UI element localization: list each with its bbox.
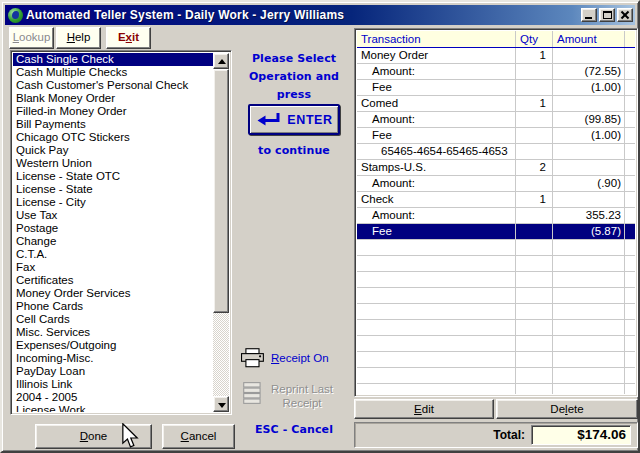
grid-row[interactable]: 65465-4654-65465-4653 — [357, 144, 635, 160]
maximize-icon — [603, 11, 612, 19]
exit-button[interactable]: Exit — [106, 27, 151, 49]
grid-cell — [515, 240, 552, 255]
receipt-on-control[interactable]: Receipt On — [241, 348, 353, 368]
grid-cell — [624, 48, 635, 63]
done-button[interactable]: Done — [35, 424, 152, 449]
title-bar[interactable]: Automated Teller System - Daily Work - J… — [5, 5, 635, 25]
list-item[interactable]: Western Union — [13, 157, 213, 170]
grid-cell — [515, 336, 552, 351]
list-item[interactable]: Money Order Services — [13, 287, 213, 300]
list-item[interactable]: Filled-in Money Order — [13, 105, 213, 118]
list-item[interactable]: Change — [13, 235, 213, 248]
grid-cell — [552, 288, 624, 303]
list-item[interactable]: Certificates — [13, 274, 213, 287]
grid-cell — [552, 304, 624, 319]
list-item[interactable]: Use Tax — [13, 209, 213, 222]
list-item[interactable]: Expenses/Outgoing — [13, 339, 213, 352]
close-button[interactable] — [617, 8, 633, 22]
grid-cell: 1 — [515, 192, 552, 207]
grid-row — [357, 320, 635, 336]
grid-cell — [552, 192, 624, 207]
grid-cell — [552, 240, 624, 255]
list-item[interactable]: License - City — [13, 196, 213, 209]
enter-button-label: ENTER — [287, 113, 332, 127]
help-button[interactable]: Help — [56, 27, 101, 49]
grid-cell — [515, 368, 552, 383]
grid-cell — [357, 304, 515, 319]
list-item[interactable]: PayDay Loan — [13, 365, 213, 378]
grid-row — [357, 352, 635, 368]
grid-row[interactable]: Amount:(.90) — [357, 176, 635, 192]
list-item[interactable]: License Work — [13, 404, 213, 412]
list-item[interactable]: Fax — [13, 261, 213, 274]
transaction-grid: Transaction Qty Amount Money Order1Amoun… — [354, 28, 638, 397]
grid-cell — [624, 208, 635, 223]
grid-row[interactable]: Comed1 — [357, 96, 635, 112]
grid-row[interactable]: Check1 — [357, 192, 635, 208]
list-item[interactable]: 2004 - 2005 — [13, 391, 213, 404]
list-item[interactable]: Blank Money Order — [13, 92, 213, 105]
grid-cell: (1.00) — [552, 128, 624, 143]
list-item[interactable]: Misc. Services — [13, 326, 213, 339]
printer-disabled-icon — [241, 382, 265, 404]
maximize-button[interactable] — [599, 8, 615, 22]
grid-cell — [624, 384, 635, 394]
list-item[interactable]: C.T.A. — [13, 248, 213, 261]
list-item[interactable]: Cash Customer's Personal Check — [13, 79, 213, 92]
reprint-last-receipt-control: Reprint Last Receipt — [241, 382, 353, 410]
grid-cell — [624, 256, 635, 271]
grid-cell — [624, 352, 635, 367]
grid-row[interactable]: Stamps-U.S.2 — [357, 160, 635, 176]
grid-row[interactable]: Fee(5.87) — [357, 224, 635, 240]
grid-cell: Amount: — [357, 176, 515, 191]
cancel-button[interactable]: Cancel — [162, 424, 235, 449]
list-item[interactable]: License - State OTC — [13, 170, 213, 183]
grid-row[interactable]: Amount:355.23 — [357, 208, 635, 224]
delete-button[interactable]: Delete — [496, 399, 638, 419]
list-item[interactable]: Phone Cards — [13, 300, 213, 313]
grid-cell — [515, 384, 552, 394]
list-item[interactable]: Postage — [13, 222, 213, 235]
grid-cell — [357, 240, 515, 255]
grid-cell: 65465-4654-65465-4653 — [357, 144, 515, 159]
grid-cell — [624, 112, 635, 127]
app-globe-icon — [8, 8, 23, 23]
grid-cell — [515, 64, 552, 79]
grid-cell: 355.23 — [552, 208, 624, 223]
grid-row[interactable]: Amount:(99.85) — [357, 112, 635, 128]
list-item[interactable]: Quick Pay — [13, 144, 213, 157]
scrollbar-thumb[interactable] — [213, 69, 229, 313]
scroll-down-button[interactable] — [213, 396, 229, 412]
list-item[interactable]: Cash Multiple Checks — [13, 66, 213, 79]
list-item[interactable]: Cash Single Check — [13, 53, 213, 66]
grid-row[interactable]: Fee(1.00) — [357, 128, 635, 144]
grid-cell: Amount: — [357, 64, 515, 79]
grid-row[interactable]: Money Order1 — [357, 48, 635, 64]
grid-header-transaction: Transaction — [357, 31, 515, 47]
list-item[interactable]: Chicago OTC Stickers — [13, 131, 213, 144]
list-item[interactable]: Illinois Link — [13, 378, 213, 391]
list-item[interactable]: Incoming-Misc. — [13, 352, 213, 365]
list-item[interactable]: License - State — [13, 183, 213, 196]
list-item[interactable]: Cell Cards — [13, 313, 213, 326]
edit-button[interactable]: Edit — [354, 399, 494, 419]
grid-cell: 2 — [515, 160, 552, 175]
grid-header-qty: Qty — [515, 31, 552, 47]
scroll-up-button[interactable] — [213, 53, 229, 69]
total-value-field: $174.06 — [531, 425, 631, 445]
esc-cancel-text: ESC - Cancel — [235, 423, 353, 436]
grid-row — [357, 368, 635, 384]
enter-button[interactable]: ENTER — [248, 104, 340, 135]
list-item[interactable]: Bill Payments — [13, 118, 213, 131]
minimize-button[interactable] — [581, 8, 597, 22]
list-scrollbar[interactable] — [213, 53, 229, 412]
arrow-down-icon — [218, 403, 226, 408]
grid-row[interactable]: Amount:(72.55) — [357, 64, 635, 80]
grid-cell — [515, 256, 552, 271]
grid-cell — [624, 304, 635, 319]
grid-cell: Money Order — [357, 48, 515, 63]
grid-row[interactable]: Fee(1.00) — [357, 80, 635, 96]
grid-cell — [624, 128, 635, 143]
grid-cell: Stamps-U.S. — [357, 160, 515, 175]
grid-cell — [357, 288, 515, 303]
